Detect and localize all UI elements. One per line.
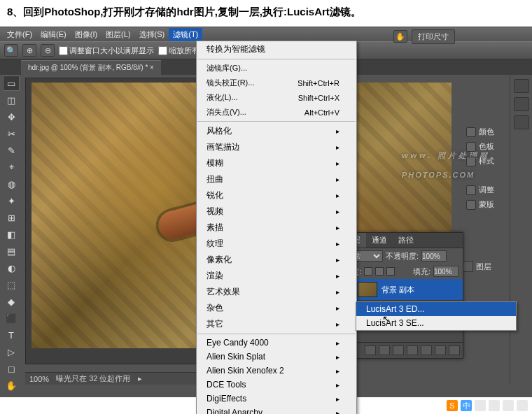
menu-separator: [197, 59, 356, 59]
history-brush-icon[interactable]: ⊞: [3, 210, 20, 225]
mi-filter-gallery[interactable]: 滤镜库(G)...: [197, 61, 356, 76]
link-layers-icon[interactable]: [365, 345, 376, 355]
fill-input[interactable]: [433, 266, 458, 277]
tab-paths[interactable]: 路径: [393, 233, 419, 248]
type-tool-icon[interactable]: ⬛: [3, 310, 20, 326]
gradient-tool-icon[interactable]: ▤: [3, 243, 20, 259]
mask-icon[interactable]: [393, 345, 404, 355]
dock-btn-1[interactable]: [514, 79, 529, 93]
ime-menu-icon[interactable]: [517, 400, 528, 411]
hand-tool-icon[interactable]: ◻: [3, 361, 20, 376]
mi-vanishing-point[interactable]: 消失点(V)...Alt+Ctrl+V: [197, 105, 356, 120]
mi-像素化[interactable]: 像素化: [197, 252, 356, 268]
tab-channels[interactable]: 通道: [366, 233, 393, 248]
mi-杂色[interactable]: 杂色: [197, 300, 356, 316]
layer-row[interactable]: 背景 副本: [340, 279, 463, 301]
delete-layer-icon[interactable]: [449, 345, 460, 355]
hand-icon[interactable]: ✋: [393, 30, 407, 43]
sogou-icon[interactable]: S: [447, 400, 458, 411]
menu-select[interactable]: 选择(S): [135, 28, 169, 41]
dodge-tool-icon[interactable]: ⬚: [3, 277, 20, 292]
lock-pixels-icon[interactable]: [364, 267, 372, 276]
panel-masks[interactable]: 蒙版: [466, 199, 508, 210]
status-arrow-icon[interactable]: ▸: [138, 374, 142, 383]
eyedropper-tool-icon[interactable]: ✎: [3, 143, 20, 158]
mi-alien-skin-splat[interactable]: Alien Skin Splat: [197, 350, 356, 364]
move-tool-icon[interactable]: ▭: [3, 76, 20, 91]
dock-btn-3[interactable]: [514, 115, 529, 129]
lasso-tool-icon[interactable]: ✥: [3, 109, 20, 124]
mi-digital-anarchy[interactable]: Digital Anarchy: [197, 406, 356, 414]
zoom-tool2-icon[interactable]: ✋: [3, 378, 20, 393]
opacity-input[interactable]: [421, 250, 447, 262]
panel-color-label: 颜色: [479, 127, 494, 137]
mi-digieffects[interactable]: DigiEffects: [197, 392, 356, 406]
fit-window-checkbox[interactable]: 调整窗口大小以满屏显示: [59, 45, 154, 56]
mi-锐化[interactable]: 锐化: [197, 187, 356, 204]
mi-label: 滤镜库(G)...: [206, 63, 247, 73]
panel-swatches[interactable]: 色板: [466, 141, 508, 152]
mi-其它[interactable]: 其它: [197, 316, 356, 332]
panel-color[interactable]: 颜色: [466, 127, 508, 137]
menu-layer[interactable]: 图层(L): [102, 28, 134, 41]
mi-素描[interactable]: 素描: [197, 220, 356, 236]
menu-image[interactable]: 图像(I): [71, 28, 102, 41]
blur-tool-icon[interactable]: ◐: [3, 260, 20, 276]
mi-eye-candy-4000[interactable]: Eye Candy 4000: [197, 336, 356, 350]
dock-btn-2[interactable]: [514, 97, 529, 111]
mi-视频[interactable]: 视频: [197, 204, 356, 220]
clone-tool-icon[interactable]: ✦: [3, 193, 20, 208]
panel-layers-shortcut[interactable]: 图层: [462, 261, 508, 272]
brush-tool-icon[interactable]: ◍: [3, 176, 20, 192]
mi-liquify[interactable]: 液化(L)...Shift+Ctrl+X: [197, 90, 356, 105]
ime-softkb-icon[interactable]: [489, 400, 500, 411]
mi-lens-correction[interactable]: 镜头校正(R)...Shift+Ctrl+R: [197, 76, 356, 90]
path-tool-icon[interactable]: T: [3, 327, 20, 343]
adjustment-layer-icon[interactable]: [407, 345, 418, 355]
zoom-out-icon[interactable]: ⊖: [41, 44, 55, 57]
zoom-level[interactable]: 100%: [29, 375, 49, 383]
mi-label: 消失点(V)...: [206, 107, 246, 117]
menu-edit[interactable]: 编辑(E): [36, 28, 71, 41]
layers-footer: [340, 342, 463, 358]
mi-dce-tools[interactable]: DCE Tools: [197, 378, 356, 392]
mi-风格化[interactable]: 风格化: [197, 123, 356, 139]
mi-艺术效果[interactable]: 艺术效果: [197, 284, 356, 300]
fill-label: 填充:: [413, 266, 430, 277]
ime-cn-icon[interactable]: 中: [461, 400, 472, 411]
crop-tool-icon[interactable]: ✂: [3, 126, 20, 141]
ime-punct-icon[interactable]: [475, 400, 486, 411]
mi-alien-skin-xenofex-2[interactable]: Alien Skin Xenofex 2: [197, 364, 356, 378]
filter-menu: 转换为智能滤镜 滤镜库(G)... 镜头校正(R)...Shift+Ctrl+R…: [196, 41, 357, 414]
lock-position-icon[interactable]: [375, 267, 384, 276]
mi-纹理[interactable]: 纹理: [197, 236, 356, 252]
print-size-button[interactable]: 打印尺寸: [412, 29, 455, 44]
fit-window-label: 调整窗口大小以满屏显示: [69, 45, 154, 56]
mi-lucisart-se[interactable]: LucisArt 3 SE...: [356, 316, 516, 330]
eraser-tool-icon[interactable]: ◧: [3, 227, 20, 242]
mi-lucisart-ed[interactable]: LucisArt 3 ED...: [356, 302, 516, 316]
lock-all-icon[interactable]: [386, 267, 395, 276]
pen-tool-icon[interactable]: ◆: [3, 294, 20, 309]
layer-thumb: [358, 282, 377, 297]
document-tab[interactable]: hdr.jpg @ 100% (背景 副本, RGB/8#) * ×: [21, 60, 161, 75]
mi-smart-filter[interactable]: 转换为智能滤镜: [197, 41, 356, 57]
mi-模糊[interactable]: 模糊: [197, 155, 356, 171]
shape-tool-icon[interactable]: ▷: [3, 344, 20, 359]
spot-heal-tool-icon[interactable]: ⌖: [3, 159, 20, 175]
panel-styles[interactable]: 样式: [466, 156, 508, 166]
group-icon[interactable]: [421, 345, 432, 355]
mi-label: 液化(L)...: [206, 92, 238, 103]
panel-adjustments[interactable]: 调整: [466, 185, 508, 195]
new-layer-icon[interactable]: [435, 345, 446, 355]
marquee-tool-icon[interactable]: ◫: [3, 92, 20, 108]
mi-扭曲[interactable]: 扭曲: [197, 171, 356, 187]
zoom-tool-icon[interactable]: 🔍: [4, 44, 18, 57]
mi-画笔描边[interactable]: 画笔描边: [197, 139, 356, 155]
mi-渲染[interactable]: 渲染: [197, 268, 356, 284]
zoom-in-icon[interactable]: ⊕: [22, 44, 36, 57]
menu-file[interactable]: 文件(F): [3, 28, 36, 41]
menu-filter[interactable]: 滤镜(T): [169, 28, 202, 41]
ime-skin-icon[interactable]: [503, 400, 514, 411]
fx-icon[interactable]: [379, 345, 390, 355]
